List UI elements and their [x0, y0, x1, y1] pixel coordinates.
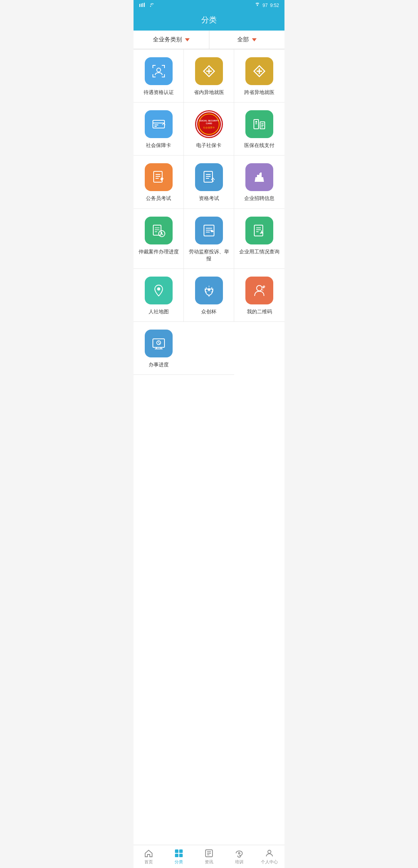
labor-complaint-label: 劳动监察投诉、举报 [188, 248, 230, 262]
nav-profile[interactable]: 个人中心 [254, 845, 284, 868]
scope-filter-arrow [252, 38, 257, 41]
svg-rect-3 [144, 3, 145, 7]
page-header: 分类 [134, 11, 284, 31]
svg-rect-11 [152, 74, 153, 77]
category-filter-arrow [185, 38, 190, 41]
map-label: 人社地图 [149, 308, 169, 315]
service-cross-provincial[interactable]: 跨省异地就医 [234, 50, 284, 103]
svg-point-83 [238, 853, 240, 854]
social-card-label: 社会保障卡 [146, 142, 171, 149]
service-provincial-medical[interactable]: 省内异地就医 [184, 50, 234, 103]
qrcode-icon-box [245, 277, 273, 304]
svg-point-66 [263, 285, 265, 288]
nav-category-label: 分类 [175, 859, 183, 865]
svg-point-65 [257, 285, 262, 291]
employment-query-label: 企业用工情况查询 [239, 248, 279, 255]
nav-news-label: 资讯 [205, 859, 213, 865]
svg-rect-32 [261, 123, 264, 124]
progress-icon-box [145, 330, 173, 357]
medical-pay-label: 医保在线支付 [244, 142, 274, 149]
services-grid-container: 待遇资格认证 省内异地就医 跨省异地就医 [134, 49, 284, 845]
e-social-card-icon-box: SOCIAL SECURITY CARD 社会保障卡 [195, 110, 223, 138]
biometric-icon-box [145, 57, 173, 85]
svg-rect-9 [164, 65, 165, 68]
svg-line-52 [162, 234, 163, 235]
medical-pay-icon-box [245, 110, 273, 138]
map-icon-box [145, 277, 173, 304]
scope-filter-label: 全部 [237, 36, 249, 43]
service-map[interactable]: 人社地图 [134, 269, 184, 322]
battery-level: 97 [262, 3, 267, 8]
svg-rect-78 [179, 854, 183, 857]
competition-icon-box [195, 277, 223, 304]
nav-training[interactable]: 培训 [224, 845, 254, 868]
recruitment-label: 企业招聘信息 [244, 195, 274, 202]
page-title: 分类 [201, 15, 217, 24]
svg-text:SOCIAL SECURITY: SOCIAL SECURITY [199, 120, 218, 122]
svg-rect-46 [153, 225, 161, 235]
bottom-navigation: 首页 分类 资讯 培训 个人中心 [134, 845, 284, 868]
service-qualification[interactable]: 资格考试 [184, 155, 234, 208]
svg-point-62 [157, 287, 160, 290]
svg-rect-30 [255, 123, 257, 124]
svg-rect-34 [261, 126, 263, 127]
service-e-social-card[interactable]: SOCIAL SECURITY CARD 社会保障卡 电子社保卡 [184, 103, 234, 155]
e-social-card-label: 电子社保卡 [196, 142, 221, 149]
service-recruitment[interactable]: 企业招聘信息 [234, 155, 284, 208]
scope-filter[interactable]: 全部 [209, 31, 285, 49]
status-bar: 97 9:52 [134, 0, 284, 11]
svg-point-4 [150, 6, 151, 7]
time-display: 9:52 [270, 3, 279, 8]
filter-bar: 全业务类别 全部 [134, 31, 284, 49]
nav-news[interactable]: 资讯 [194, 845, 224, 868]
nav-profile-label: 个人中心 [261, 859, 278, 865]
status-right-info: 97 9:52 [255, 3, 279, 8]
service-social-card[interactable]: 社会保障卡 [134, 103, 184, 155]
arbitration-label: 仲裁案件办理进度 [139, 248, 179, 255]
nav-home[interactable]: 首页 [134, 845, 164, 868]
service-arbitration[interactable]: 仲裁案件办理进度 [134, 209, 184, 269]
qrcode-label: 我的二维码 [247, 308, 272, 315]
svg-rect-45 [259, 173, 260, 173]
progress-label: 办事进度 [149, 361, 169, 368]
services-grid: 待遇资格认证 省内异地就医 跨省异地就医 [134, 49, 284, 375]
civil-exam-icon-box [145, 163, 173, 191]
service-employment-query[interactable]: 企业用工情况查询 [234, 209, 284, 269]
service-civil-exam[interactable]: 公务员考试 [134, 155, 184, 208]
svg-point-84 [268, 850, 271, 853]
svg-rect-22 [154, 126, 157, 127]
provincial-medical-label: 省内异地就医 [194, 89, 224, 96]
svg-point-5 [257, 5, 258, 6]
svg-text:社会保障卡: 社会保障卡 [203, 126, 215, 129]
qualification-label: 资格考试 [199, 195, 219, 202]
svg-rect-7 [152, 65, 153, 68]
employment-query-icon-box [245, 217, 273, 244]
arbitration-icon-box [145, 217, 173, 244]
svg-rect-2 [142, 3, 143, 7]
social-card-icon-box [145, 110, 173, 138]
service-biometric[interactable]: 待遇资格认证 [134, 50, 184, 103]
biometric-label: 待遇资格认证 [144, 89, 174, 96]
service-competition[interactable]: 众创杯 [184, 269, 234, 322]
category-filter-label: 全业务类别 [153, 36, 182, 43]
nav-training-label: 培训 [235, 859, 243, 865]
competition-label: 众创杯 [201, 308, 216, 315]
service-medical-pay[interactable]: 医保在线支付 [234, 103, 284, 155]
nav-category[interactable]: 分类 [164, 845, 194, 868]
service-labor-complaint[interactable]: 劳动监察投诉、举报 [184, 209, 234, 269]
svg-rect-77 [175, 854, 178, 857]
cross-provincial-icon-box [245, 57, 273, 85]
svg-rect-75 [175, 849, 178, 853]
recruitment-icon-box [245, 163, 273, 191]
svg-rect-1 [141, 3, 142, 7]
status-left-icons [139, 3, 154, 8]
cross-provincial-label: 跨省异地就医 [244, 89, 274, 96]
empty-cell-1 [184, 322, 234, 375]
provincial-medical-icon-box [195, 57, 223, 85]
service-qrcode[interactable]: 我的二维码 [234, 269, 284, 322]
svg-point-44 [212, 180, 214, 182]
nav-home-label: 首页 [144, 859, 153, 865]
service-progress[interactable]: 办事进度 [134, 322, 184, 375]
category-filter[interactable]: 全业务类别 [134, 31, 209, 49]
svg-rect-0 [139, 4, 140, 7]
